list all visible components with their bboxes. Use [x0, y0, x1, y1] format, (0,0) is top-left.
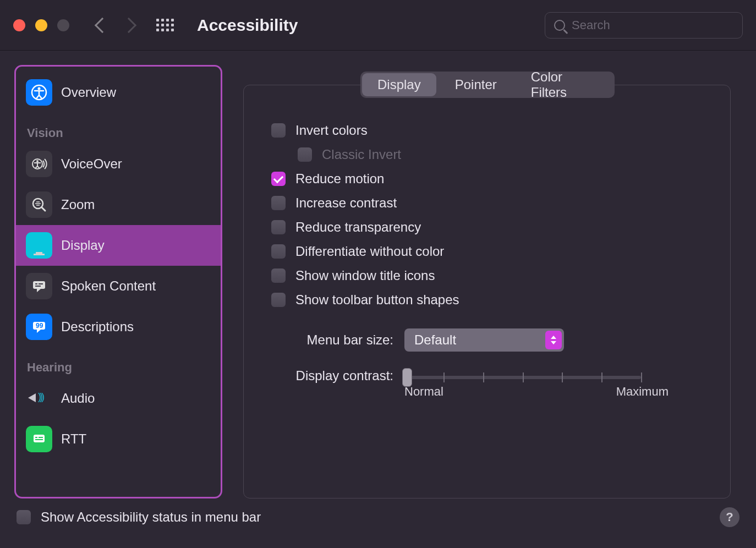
sidebar-item-label: Display	[61, 238, 105, 253]
menu-bar-size-select[interactable]: Default	[404, 328, 564, 352]
show-all-prefs-button[interactable]	[156, 16, 175, 35]
sidebar-item-label: Audio	[61, 391, 95, 406]
sidebar-item-display[interactable]: Display	[16, 225, 221, 266]
svg-rect-11	[35, 286, 41, 287]
display-icon	[26, 232, 52, 259]
checkbox-label: Increase contrast	[295, 195, 397, 211]
checkbox-label: Reduce transparency	[295, 220, 421, 235]
traffic-lights	[13, 19, 69, 31]
zoom-icon	[26, 191, 52, 218]
sidebar: Overview Vision VoiceOver Zoom Display	[14, 65, 222, 498]
nav-buttons	[97, 20, 134, 31]
checkbox[interactable]	[271, 172, 286, 186]
checkbox-row-window-title-icons[interactable]: Show window title icons	[271, 264, 703, 288]
zoom-window-button[interactable]	[57, 19, 69, 31]
titlebar: Accessibility	[0, 0, 756, 51]
menu-bar-size-row: Menu bar size: Default	[271, 328, 703, 352]
audio-icon	[26, 385, 52, 412]
minimize-window-button[interactable]	[35, 19, 47, 31]
select-stepper-icon	[545, 331, 562, 349]
display-contrast-label: Display contrast:	[271, 368, 393, 383]
descriptions-icon: 99	[26, 314, 52, 340]
checkbox-label: Classic Invert	[322, 147, 401, 162]
checkbox[interactable]	[271, 244, 286, 259]
checkbox-label: Invert colors	[295, 123, 368, 138]
sidebar-item-zoom[interactable]: Zoom	[16, 184, 221, 225]
footer: Show Accessibility status in menu bar ?	[0, 498, 756, 536]
checkbox-row-increase-contrast[interactable]: Increase contrast	[271, 191, 703, 215]
checkbox[interactable]	[271, 268, 286, 283]
search-icon	[554, 20, 565, 31]
tab-display[interactable]: Display	[362, 73, 436, 96]
tab-pointer[interactable]: Pointer	[440, 73, 512, 96]
slider-min-label: Normal	[404, 385, 443, 399]
svg-rect-5	[28, 237, 50, 251]
main-panel: Display Pointer Color Filters Invert col…	[233, 65, 742, 498]
sidebar-item-audio[interactable]: Audio	[16, 378, 221, 419]
display-contrast-slider[interactable]	[404, 370, 641, 385]
sidebar-item-rtt[interactable]: RTT	[16, 419, 221, 459]
sidebar-item-label: Spoken Content	[61, 278, 156, 294]
checkbox-status-menubar[interactable]	[17, 510, 31, 524]
sidebar-item-label: RTT	[61, 431, 86, 447]
svg-rect-10	[39, 283, 43, 284]
checkbox[interactable]	[271, 293, 286, 307]
window-title: Accessibility	[197, 16, 545, 35]
sidebar-item-label: Zoom	[61, 197, 95, 212]
slider-knob[interactable]	[402, 368, 412, 387]
svg-rect-15	[35, 437, 37, 438]
select-value: Default	[414, 332, 456, 348]
sidebar-item-voiceover[interactable]: VoiceOver	[16, 144, 221, 184]
sidebar-group-hearing: Hearing	[16, 347, 221, 378]
forward-button	[121, 17, 136, 32]
menu-bar-size-label: Menu bar size:	[271, 332, 393, 348]
checkbox-label: Show toolbar button shapes	[295, 292, 459, 308]
close-window-button[interactable]	[13, 19, 25, 31]
voiceover-icon	[26, 151, 52, 177]
spoken-content-icon	[26, 273, 52, 299]
checkbox[interactable]	[271, 220, 286, 234]
accessibility-icon	[26, 79, 52, 106]
sidebar-item-spoken-content[interactable]: Spoken Content	[16, 266, 221, 306]
svg-rect-8	[33, 281, 45, 289]
checkbox-row-classic-invert: Classic Invert	[271, 143, 703, 167]
sidebar-item-label: VoiceOver	[61, 156, 122, 172]
checkbox-label: Reduce motion	[295, 171, 384, 187]
sidebar-item-overview[interactable]: Overview	[16, 72, 221, 113]
svg-rect-9	[35, 283, 37, 284]
checkbox-row-differentiate-color[interactable]: Differentiate without color	[271, 239, 703, 264]
checkbox-label: Differentiate without color	[295, 244, 444, 259]
checkbox-row-reduce-transparency[interactable]: Reduce transparency	[271, 215, 703, 239]
sidebar-item-descriptions[interactable]: 99 Descriptions	[16, 306, 221, 347]
checkbox-row-toolbar-shapes[interactable]: Show toolbar button shapes	[271, 288, 703, 312]
svg-rect-16	[39, 437, 43, 438]
sidebar-item-label: Descriptions	[61, 319, 134, 335]
sidebar-item-label: Overview	[61, 85, 116, 100]
help-button[interactable]: ?	[720, 507, 739, 527]
slider-max-label: Maximum	[616, 385, 669, 399]
checkbox-row-invert-colors[interactable]: Invert colors	[271, 118, 703, 143]
rtt-icon	[26, 426, 52, 452]
checkbox	[298, 147, 312, 162]
checkbox-label: Show window title icons	[295, 268, 435, 283]
tab-color-filters[interactable]: Color Filters	[516, 73, 613, 96]
svg-point-1	[38, 87, 41, 90]
checkbox[interactable]	[271, 123, 286, 138]
svg-rect-14	[34, 435, 45, 442]
sidebar-group-vision: Vision	[16, 113, 221, 144]
search-field[interactable]	[545, 12, 743, 39]
tab-bar: Display Pointer Color Filters	[360, 72, 615, 98]
display-settings-panel: Invert colors Classic Invert Reduce moti…	[243, 85, 731, 498]
display-contrast-row: Display contrast: Normal	[271, 368, 703, 399]
footer-checkbox-label: Show Accessibility status in menu bar	[41, 509, 261, 525]
svg-rect-7	[34, 254, 45, 255]
svg-rect-6	[36, 252, 42, 254]
checkbox[interactable]	[271, 196, 286, 210]
svg-rect-17	[35, 439, 43, 440]
checkbox-row-reduce-motion[interactable]: Reduce motion	[271, 167, 703, 191]
search-input[interactable]	[572, 18, 733, 32]
back-button[interactable]	[95, 17, 110, 32]
svg-text:99: 99	[36, 322, 43, 330]
svg-point-3	[36, 160, 39, 162]
